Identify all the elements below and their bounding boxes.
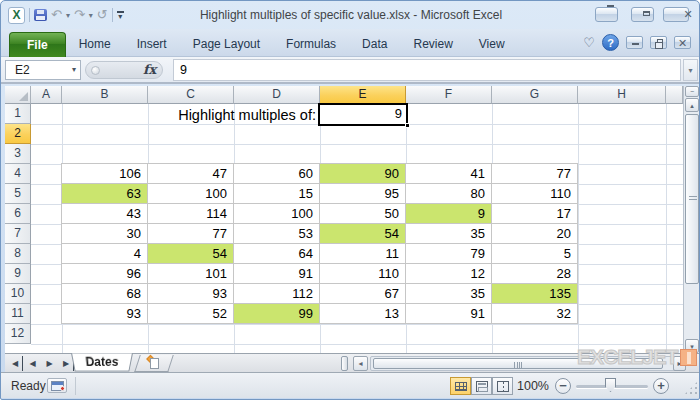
table-cell[interactable]: 95 (320, 184, 406, 204)
column-header-A[interactable]: A (31, 86, 62, 104)
row-header-8[interactable]: 8 (5, 244, 31, 264)
vertical-scrollbar-thumb[interactable] (685, 114, 699, 284)
excel-app-icon[interactable]: X (8, 7, 25, 24)
expand-formula-bar-icon[interactable]: ▾ (683, 59, 698, 81)
table-cell[interactable]: 93 (148, 284, 234, 304)
row-header-6[interactable]: 6 (5, 204, 31, 224)
vertical-scrollbar[interactable]: − ▴ ▾ (683, 86, 699, 353)
ribbon-restore-window-button[interactable] (650, 36, 667, 49)
table-cell[interactable]: 68 (62, 284, 148, 304)
table-cell[interactable]: 13 (320, 304, 406, 324)
insert-worksheet-tab[interactable] (134, 355, 174, 372)
table-cell[interactable]: 112 (234, 284, 320, 304)
row-header-11[interactable]: 11 (5, 304, 31, 324)
table-cell[interactable]: 79 (406, 244, 492, 264)
save-icon[interactable] (34, 9, 47, 21)
column-header-C[interactable]: C (148, 86, 234, 104)
help-icon[interactable]: ? (602, 34, 619, 51)
table-cell[interactable]: 77 (492, 164, 578, 184)
formula-input[interactable]: 9 (173, 59, 681, 81)
table-cell[interactable]: 106 (62, 164, 148, 184)
table-cell[interactable]: 54 (148, 244, 234, 264)
sheet-tab-dates[interactable]: Dates (71, 353, 133, 371)
row-header-7[interactable]: 7 (5, 224, 31, 244)
table-cell[interactable]: 50 (320, 204, 406, 224)
tab-scrollbar-splitter[interactable] (341, 356, 348, 371)
table-cell[interactable]: 110 (492, 184, 578, 204)
table-cell[interactable]: 4 (62, 244, 148, 264)
table-cell[interactable]: 80 (406, 184, 492, 204)
minimize-button[interactable] (595, 7, 618, 22)
table-cell[interactable]: 63 (62, 184, 148, 204)
tab-home[interactable]: Home (66, 32, 124, 57)
table-cell[interactable]: 100 (148, 184, 234, 204)
table-cell[interactable]: 47 (148, 164, 234, 184)
column-header-G[interactable]: G (492, 86, 578, 104)
table-cell[interactable]: 100 (234, 204, 320, 224)
macro-record-icon[interactable] (47, 378, 67, 393)
page-layout-view-button[interactable] (471, 377, 492, 395)
column-header-H[interactable]: H (578, 86, 666, 104)
table-cell[interactable]: 101 (148, 264, 234, 284)
redo-dropdown-icon[interactable]: ▾ (89, 11, 93, 20)
table-cell[interactable]: 77 (148, 224, 234, 244)
next-sheet-icon[interactable]: ▶ (42, 356, 57, 371)
zoom-out-button[interactable]: − (555, 378, 571, 394)
table-cell[interactable]: 52 (148, 304, 234, 324)
table-cell[interactable]: 32 (492, 304, 578, 324)
table-cell[interactable]: 91 (406, 304, 492, 324)
tab-file[interactable]: File (9, 32, 66, 57)
zoom-in-button[interactable]: + (653, 378, 669, 394)
column-header-E[interactable]: E (320, 86, 406, 104)
heart-icon[interactable]: ♡ (583, 35, 595, 50)
zoom-slider-thumb[interactable] (605, 378, 616, 392)
table-cell[interactable]: 93 (62, 304, 148, 324)
insert-function-icon[interactable]: fx (143, 62, 169, 77)
table-cell[interactable]: 64 (234, 244, 320, 264)
selected-cell-e2[interactable]: 9 (318, 103, 408, 126)
row-header-3[interactable]: 3 (5, 144, 31, 164)
table-cell[interactable]: 11 (320, 244, 406, 264)
repeat-icon[interactable]: ↺ (97, 8, 108, 22)
table-cell[interactable]: 5 (492, 244, 578, 264)
page-break-view-button[interactable] (492, 377, 513, 395)
row-header-12[interactable]: 12 (5, 324, 31, 344)
resize-grip[interactable] (684, 381, 698, 395)
table-cell[interactable]: 17 (492, 204, 578, 224)
undo-icon[interactable]: ↶ (51, 8, 62, 22)
ribbon-close-window-button[interactable]: ✕ (674, 36, 691, 49)
table-cell[interactable]: 53 (234, 224, 320, 244)
row-header-10[interactable]: 10 (5, 284, 31, 304)
row-header-1[interactable]: 1 (5, 104, 31, 124)
first-sheet-icon[interactable]: ◀ (8, 356, 23, 371)
table-cell[interactable]: 9 (406, 204, 492, 224)
table-cell[interactable]: 99 (234, 304, 320, 324)
fill-handle[interactable] (405, 123, 410, 128)
redo-icon[interactable]: ↷ (74, 8, 85, 22)
column-header-D[interactable]: D (234, 86, 320, 104)
name-box[interactable]: E2 ▾ (5, 60, 81, 80)
table-cell[interactable]: 30 (62, 224, 148, 244)
table-cell[interactable]: 41 (406, 164, 492, 184)
table-cell[interactable]: 43 (62, 204, 148, 224)
row-header-4[interactable]: 4 (5, 164, 31, 184)
column-header-F[interactable]: F (406, 86, 492, 104)
table-cell[interactable]: 91 (234, 264, 320, 284)
normal-view-button[interactable] (450, 377, 471, 395)
title-bar[interactable]: X ↶ ▾ ↷ ▾ ↺ ▾ Highlight multiples of spe… (1, 1, 700, 29)
close-button[interactable]: ✕ (663, 7, 689, 22)
column-header-B[interactable]: B (62, 86, 148, 104)
table-cell[interactable]: 114 (148, 204, 234, 224)
zoom-level[interactable]: 100% (517, 379, 549, 393)
table-cell[interactable]: 28 (492, 264, 578, 284)
customize-qat-icon[interactable]: ▾ (117, 11, 124, 19)
scroll-up-icon[interactable]: ▴ (685, 98, 699, 112)
table-cell[interactable]: 96 (62, 264, 148, 284)
split-handle[interactable]: − (685, 86, 699, 97)
table-cell[interactable]: 67 (320, 284, 406, 304)
column-header-partial[interactable] (666, 86, 683, 104)
tab-insert[interactable]: Insert (124, 32, 180, 57)
name-box-dropdown-icon[interactable]: ▾ (72, 61, 76, 79)
table-cell[interactable]: 110 (320, 264, 406, 284)
undo-dropdown-icon[interactable]: ▾ (66, 11, 70, 20)
